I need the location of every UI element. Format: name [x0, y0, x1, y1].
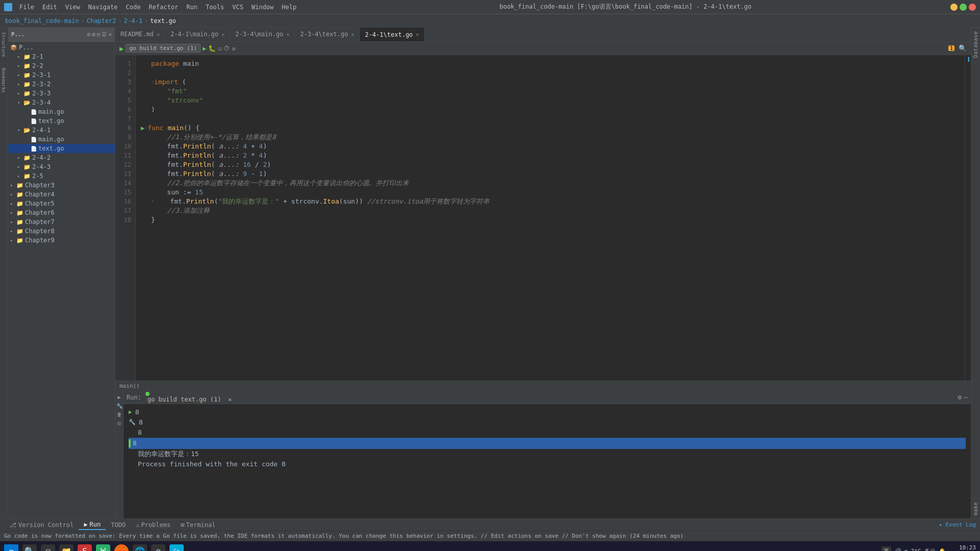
tree-item-2-3-4[interactable]: ▾📂2-3-4: [8, 98, 115, 107]
file-explorer-icon[interactable]: 📁: [59, 544, 74, 552]
tab-main-234[interactable]: 2-3-4\main.go ✕: [230, 28, 295, 41]
menu-refactor[interactable]: Refactor: [144, 3, 182, 12]
goland-icon[interactable]: Go: [169, 544, 184, 552]
input-method[interactable]: 英: [881, 546, 891, 551]
breadcrumb-part-1[interactable]: book_final_code-main: [5, 17, 79, 24]
menu-edit[interactable]: Edit: [38, 3, 61, 12]
task-view-icon[interactable]: ⊡: [41, 544, 55, 552]
tab-text-234[interactable]: 2-3-4\text.go ✕: [295, 28, 360, 41]
filter-side-icon[interactable]: ⊡: [116, 419, 122, 428]
tab-text-241[interactable]: 2-4-1\text.go ✕: [360, 28, 425, 41]
close-panel-icon[interactable]: ✕: [108, 31, 112, 38]
breadcrumb-part-4[interactable]: text.go: [150, 17, 176, 24]
run-gutter-8[interactable]: ▶: [141, 123, 144, 133]
menu-run[interactable]: Run: [182, 3, 202, 12]
bookmarks-label[interactable]: Bookmarks: [0, 63, 8, 97]
menu-window[interactable]: Window: [248, 3, 278, 12]
tab-main-241[interactable]: 2-4-1\main.go ✕: [165, 28, 230, 41]
run-button[interactable]: ▶: [119, 44, 124, 53]
tree-item-Chapter5[interactable]: ▸📁Chapter5: [8, 199, 115, 208]
tree-item-2-5[interactable]: ▸📁2-5: [8, 171, 115, 181]
problems-tab[interactable]: ⚠ Problems: [131, 520, 176, 530]
tree-item-Chapter8[interactable]: ▸📁Chapter8: [8, 227, 115, 236]
version-control-tab[interactable]: ⎇ Version Control: [4, 520, 79, 530]
tree-item-Chapter3[interactable]: ▸📁Chapter3: [8, 181, 115, 190]
tree-item-2-3-2[interactable]: ▸📁2-3-2: [8, 80, 115, 89]
menu-file[interactable]: File: [15, 3, 38, 12]
make-label[interactable]: make: [971, 498, 980, 518]
breadcrumb-part-3[interactable]: 2-4-1: [124, 17, 142, 24]
run-config-selector[interactable]: go build text.go (1): [126, 44, 200, 53]
todo-tab[interactable]: TODO: [106, 520, 131, 530]
tree-item-2-3-3[interactable]: ▸📁2-3-3: [8, 89, 115, 98]
debug-icon[interactable]: 🐛: [208, 45, 216, 52]
menu-vcs[interactable]: VCS: [228, 3, 248, 12]
wrench-side-icon[interactable]: 🔧: [115, 402, 124, 410]
notification-icon[interactable]: 🔔: [939, 548, 946, 551]
tree-item-P---[interactable]: 📦P...: [8, 43, 115, 52]
stop-icon[interactable]: ◼: [232, 45, 235, 52]
tree-item-2-4-1[interactable]: ▾📂2-4-1: [8, 126, 115, 135]
tab-main-234-close[interactable]: ✕: [286, 32, 289, 37]
sougou-icon[interactable]: S: [78, 544, 92, 552]
menu-navigate[interactable]: Navigate: [84, 3, 122, 12]
coverage-icon[interactable]: ☑: [218, 45, 222, 52]
run-side-icon[interactable]: ▶: [116, 393, 122, 402]
code-content[interactable]: package main ▿ import (: [136, 55, 965, 381]
tab-bar: README.md ✕ 2-4-1\main.go ✕ 2-3-4\main.g…: [115, 28, 971, 42]
tab-readme[interactable]: README.md ✕: [115, 28, 165, 41]
tree-item-2-2[interactable]: ▸📁2-2: [8, 61, 115, 70]
profile-icon[interactable]: ⏱: [224, 45, 230, 52]
minimize-button[interactable]: [950, 4, 958, 11]
tree-item-text-go[interactable]: 📄text.go: [8, 144, 115, 153]
tree-item-Chapter9[interactable]: ▸📁Chapter9: [8, 236, 115, 245]
network-icon[interactable]: ⊕: [904, 548, 908, 551]
code-line-17: //3.添加注释: [141, 206, 965, 215]
search-taskbar[interactable]: 🔍: [22, 544, 37, 552]
code-editor[interactable]: 1 2 3 4 5 6 7 8 9 10 11 12 13 14 15 16 1: [115, 55, 971, 381]
tab-text-234-close[interactable]: ✕: [351, 32, 354, 37]
close-button[interactable]: [969, 4, 976, 11]
terminal-tab[interactable]: ⊞ Terminal: [176, 520, 220, 530]
sync-icon[interactable]: ⚙: [87, 31, 91, 38]
structure-label[interactable]: Structure: [0, 28, 8, 61]
collapse-icon[interactable]: ⊟: [97, 31, 101, 38]
database-label[interactable]: Database: [971, 28, 980, 61]
tree-item-2-4-2[interactable]: ▸📁2-4-2: [8, 153, 115, 162]
tab-text-241-close[interactable]: ✕: [416, 32, 419, 37]
tree-item-2-4-3[interactable]: ▸📁2-4-3: [8, 162, 115, 171]
unknown-icon[interactable]: ⚙: [151, 544, 165, 552]
event-log-badge[interactable]: ✦ Event Log: [939, 521, 976, 528]
menu-view[interactable]: View: [61, 3, 84, 12]
tree-item-main-go[interactable]: 📄main.go: [8, 107, 115, 116]
wechat-icon[interactable]: W: [96, 544, 110, 552]
settings-icon[interactable]: ⚙: [958, 393, 962, 401]
tab-main-241-close[interactable]: ✕: [222, 32, 225, 37]
firefox-icon[interactable]: 🦊: [114, 544, 129, 552]
menu-code[interactable]: Code: [122, 3, 145, 12]
trash-side-icon[interactable]: 🗑: [115, 410, 124, 419]
run-tab-close[interactable]: ✕: [228, 396, 232, 403]
tree-item-text-go[interactable]: 📄text.go: [8, 116, 115, 126]
start-button[interactable]: ⊞: [4, 544, 18, 552]
menu-help[interactable]: Help: [278, 3, 301, 12]
tab-readme-close[interactable]: ✕: [157, 32, 160, 37]
tree-item-2-3-1[interactable]: ▸📁2-3-1: [8, 70, 115, 80]
tree-item-Chapter7[interactable]: ▸📁Chapter7: [8, 217, 115, 227]
tree-item-Chapter6[interactable]: ▸📁Chapter6: [8, 208, 115, 217]
settings-icon[interactable]: ☰: [102, 31, 107, 38]
tree-item-2-1[interactable]: ▸📁2-1: [8, 52, 115, 61]
run-icon[interactable]: ▶: [203, 45, 206, 52]
tree-item-main-go[interactable]: 📄main.go: [8, 135, 115, 144]
maximize-button[interactable]: [960, 4, 967, 11]
breadcrumb-part-2[interactable]: Chapter2: [87, 17, 116, 24]
volume-icon[interactable]: 🔊: [894, 548, 901, 551]
menu-tools[interactable]: Tools: [202, 3, 228, 12]
expand-icon[interactable]: ⊞: [92, 31, 95, 38]
search-icon[interactable]: 🔍: [959, 44, 967, 52]
run-active-tab[interactable]: go build text.go (1) ✕: [145, 392, 232, 403]
minimize-panel-icon[interactable]: —: [964, 393, 968, 401]
chrome-icon[interactable]: 🌐: [133, 544, 147, 552]
run-tab-bottom[interactable]: ▶ Run: [79, 520, 106, 530]
tree-item-Chapter4[interactable]: ▸📁Chapter4: [8, 190, 115, 199]
